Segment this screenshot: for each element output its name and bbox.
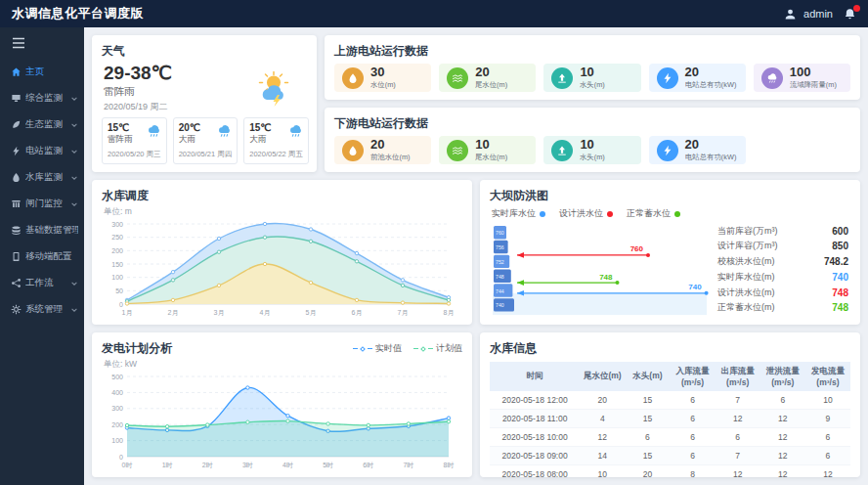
table-col-1: 尾水位(m)	[580, 362, 625, 391]
table-cell: 10	[580, 465, 625, 478]
table-col-6: 发电流量(m³/s)	[805, 362, 850, 391]
stat-label: 电站总有功(kW)	[685, 80, 736, 90]
chevron-down-icon	[70, 200, 78, 208]
dam-legend-item-1[interactable]: 设计洪水位	[559, 207, 613, 220]
table-cell: 15	[625, 447, 670, 465]
table-row: 2020-05-18 11:00415612129	[490, 410, 850, 428]
sidebar-item-0[interactable]: 主页	[0, 59, 84, 85]
table-row: 2020-05-18 09:00141567126	[490, 447, 850, 465]
dam-stat-value: 748	[832, 287, 848, 298]
power-plan-chart-area: 01002003004005000时1时2时3时4时5时6时7时8时	[102, 371, 462, 469]
main-content: 天气 29-38℃ 雷阵雨 2020/05/19 周二	[84, 27, 868, 485]
reservoir-info-table: 时间尾水位(m)水头(m)入库流量(m³/s)出库流量(m³/s)泄洪流量(m³…	[490, 362, 850, 477]
legend-label: 设计洪水位	[559, 207, 603, 220]
svg-text:0时: 0时	[122, 462, 133, 468]
svg-text:300: 300	[111, 405, 123, 412]
dam-legend-item-0[interactable]: 实时库水位	[492, 207, 545, 220]
svg-text:200: 200	[111, 247, 123, 254]
svg-text:760: 760	[496, 230, 504, 236]
table-col-3: 入库流量(m³/s)	[671, 362, 716, 391]
sidebar-item-3[interactable]: 电站监测	[0, 138, 84, 164]
notification-bell-icon[interactable]	[844, 8, 856, 21]
table-row: 2020-05-18 12:00201567610	[490, 391, 850, 410]
stat-label: 电站总有功(kW)	[685, 153, 736, 162]
user-avatar-icon[interactable]	[784, 8, 797, 21]
forecast-date: 2020/05/21 周四	[179, 150, 233, 159]
forecast-date: 2020/05/22 周五	[249, 150, 303, 159]
home-icon	[11, 66, 22, 77]
table-cell: 7	[716, 391, 760, 410]
table-cell: 6	[760, 391, 805, 410]
table-cell: 8	[671, 465, 716, 478]
reservoir-dispatch-title: 水库调度	[102, 188, 462, 204]
tailwater-icon	[447, 67, 468, 89]
top-header: 水调信息化平台调度版 admin	[0, 0, 868, 27]
legend-line	[353, 348, 358, 349]
dam-stat-value: 740	[832, 272, 848, 283]
forecast-day-2: 15℃大雨2020/05/22 周五	[243, 117, 309, 164]
sidebar-item-6[interactable]: 基础数据管理	[0, 217, 84, 243]
weather-card: 天气 29-38℃ 雷阵雨 2020/05/19 周二	[92, 35, 317, 172]
dam-legend: 实时库水位设计洪水位正常蓄水位	[490, 207, 850, 220]
dam-legend-item-2[interactable]: 正常蓄水位	[627, 207, 680, 220]
stat-label: 流域降雨量(m)	[790, 80, 837, 90]
temperature-range: 29-38℃	[104, 62, 172, 84]
chevron-down-icon	[70, 95, 78, 103]
svg-text:0: 0	[119, 301, 123, 308]
dam-stat-row-4: 设计洪水位(m)748	[717, 287, 848, 299]
svg-text:50: 50	[115, 287, 123, 294]
power-plan-legend: 实时值计划值	[353, 342, 462, 355]
stat-label: 水位(m)	[370, 80, 396, 90]
table-cell: 15	[625, 410, 670, 428]
stat-label: 尾水位(m)	[475, 153, 507, 162]
upstream-stat-tile-4: 100流域降雨量(m)	[754, 64, 850, 92]
stat-value: 20	[685, 138, 741, 152]
notification-badge	[853, 5, 860, 12]
sidebar-item-4[interactable]: 水库监测	[0, 164, 84, 191]
power-plan-title: 发电计划分析	[102, 340, 172, 357]
dam-flood-title: 大坝防洪图	[490, 188, 850, 204]
legend-item-1[interactable]: 计划值	[413, 342, 462, 355]
legend-item-0[interactable]: 实时值	[353, 342, 402, 355]
downstream-data-card: 下游电站运行数据 20前池水位(m)10尾水位(m)10水头(m)20电站总有功…	[325, 108, 860, 172]
stat-value: 10	[580, 138, 607, 152]
table-col-0: 时间	[490, 362, 580, 391]
legend-dot-icon	[674, 211, 680, 217]
sidebar-item-label: 水库监测	[25, 171, 66, 184]
stat-label: 水头(m)	[580, 153, 605, 162]
sidebar-item-1[interactable]: 综合监测	[0, 85, 84, 111]
user-name[interactable]: admin	[803, 8, 833, 20]
sidebar-item-2[interactable]: 生态监测	[0, 111, 84, 138]
table-cell: 6	[671, 410, 716, 428]
svg-text:6时: 6时	[363, 462, 373, 468]
sidebar-item-9[interactable]: 系统管理	[0, 296, 84, 323]
chevron-down-icon	[70, 174, 78, 182]
app-title: 水调信息化平台调度版	[12, 5, 144, 22]
dam-flood-card: 大坝防洪图 实时库水位设计洪水位正常蓄水位 760756752748744740…	[480, 180, 860, 325]
table-cell: 14	[580, 447, 625, 465]
flow-icon	[11, 278, 22, 288]
svg-text:748: 748	[599, 273, 613, 282]
header-user-area: admin	[784, 8, 856, 21]
forecast-condition: 雷阵雨	[108, 134, 133, 146]
svg-text:250: 250	[111, 234, 123, 241]
stat-value: 30	[370, 66, 398, 79]
sidebar-item-8[interactable]: 工作流	[0, 270, 84, 296]
svg-text:752: 752	[496, 259, 504, 265]
svg-text:8月: 8月	[444, 309, 455, 317]
dam-stats-list: 当前库容(万m³)600设计库容(万m³)850校核洪水位(m)748.2实时库…	[717, 222, 850, 317]
sidebar-item-5[interactable]: 闸门监控	[0, 191, 84, 217]
chevron-down-icon	[70, 306, 78, 314]
forecast-list: 15℃雷阵雨2020/05/20 周三20℃大雨2020/05/21 周四15℃…	[102, 117, 307, 164]
dam-figure: 760756752748744740760748740	[490, 222, 710, 317]
svg-text:100: 100	[111, 274, 123, 281]
dam-stat-row-5: 正常蓄水位(m)748	[717, 301, 848, 314]
sidebar-item-7[interactable]: 移动端配置	[0, 243, 84, 270]
stat-value: 20	[475, 66, 510, 79]
table-cell: 12	[716, 465, 760, 478]
reservoir-dispatch-card: 水库调度 单位: m 0501001502002503001月2月3月4月5月6…	[92, 180, 472, 325]
database-icon	[11, 225, 22, 236]
collapse-menu-icon[interactable]	[0, 27, 84, 59]
legend-dot-icon	[607, 211, 613, 217]
legend-label: 实时库水位	[492, 207, 536, 220]
